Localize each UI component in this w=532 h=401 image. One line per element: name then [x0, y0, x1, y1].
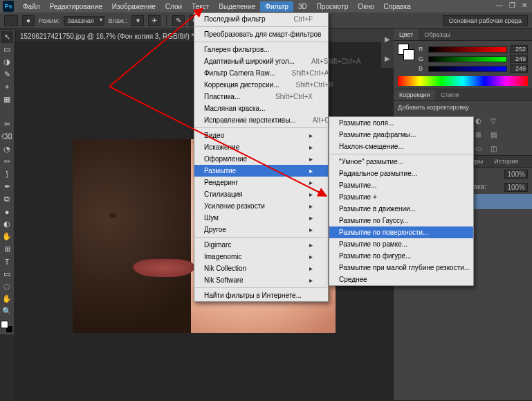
menu-item[interactable]: Искажение▸ [194, 141, 328, 153]
play-icon[interactable]: ▶ [385, 55, 390, 62]
menu-item[interactable]: Размытие... [329, 179, 473, 191]
tool-9[interactable]: ◔ [1, 143, 13, 155]
color-value-r[interactable]: 252 [510, 45, 528, 53]
menu-item[interactable]: Nik Collection▸ [194, 262, 328, 274]
selective-color-icon[interactable]: ◫ [488, 143, 499, 153]
menu-справка[interactable]: Справка [379, 1, 416, 12]
menu-item[interactable]: Исправление перспективы...Alt+Ctrl+V [194, 114, 328, 126]
window-maximize-button[interactable]: ❐ [506, 0, 518, 10]
menu-item[interactable]: Преобразовать для смарт-фильтров [194, 28, 328, 40]
tool-7[interactable]: ✂ [1, 118, 13, 130]
menu-item[interactable]: Imagenomic▸ [194, 251, 328, 262]
menu-слои[interactable]: Слои [160, 1, 187, 12]
menu-item[interactable]: Размытие по фигуре... [329, 250, 473, 262]
tool-preset-swatch[interactable] [4, 15, 18, 26]
menu-item[interactable]: Nik Software▸ [194, 274, 328, 286]
menu-item[interactable]: Другое▸ [194, 224, 328, 235]
tool-1[interactable]: ▭ [1, 44, 13, 55]
menu-выделение[interactable]: Выделение [214, 1, 260, 12]
menu-item[interactable]: Размытие в движении... [329, 203, 473, 215]
tab-adjustments[interactable]: Коррекция [394, 89, 435, 100]
tool-18[interactable]: T [1, 256, 13, 267]
workspace-switcher[interactable]: Основная рабочая среда [443, 15, 528, 26]
menu-item[interactable]: Радиальное размытие... [329, 168, 473, 179]
menu-3d[interactable]: 3D [293, 1, 312, 12]
opacity-value[interactable]: 100% [504, 170, 528, 179]
fg-bg-color-swatch[interactable] [1, 321, 13, 333]
tab-color[interactable]: Цвет [394, 29, 419, 40]
tool-3[interactable]: ✎ [1, 69, 13, 80]
gradient-map-icon[interactable]: ▭ [473, 143, 484, 153]
tool-21[interactable]: ✋ [1, 293, 13, 305]
color-value-g[interactable]: 249 [510, 55, 528, 63]
menu-item[interactable]: Среднее [329, 274, 473, 285]
brush-size-icon[interactable]: ● [22, 15, 35, 26]
menu-item[interactable]: Масляная краска... [194, 103, 328, 114]
tool-15[interactable]: ◐ [1, 218, 13, 230]
menu-item[interactable]: Коррекция дисторсии...Shift+Ctrl+R [194, 79, 328, 91]
tool-14[interactable]: ● [1, 206, 13, 217]
color-spectrum[interactable] [398, 76, 528, 86]
menu-item[interactable]: Размытие при малой глубине резкости... [329, 262, 473, 274]
color-slider-g[interactable] [428, 56, 507, 62]
tab-swatches[interactable]: Образцы [419, 29, 456, 40]
exposure-icon[interactable]: ◐ [473, 116, 484, 125]
menu-item[interactable]: Стилизация▸ [194, 188, 328, 200]
menu-item[interactable]: Размытие поля... [329, 117, 473, 129]
document-tab[interactable]: 15266217421750.jpg @ 16,7% (Фон копия 3,… [15, 30, 208, 42]
window-minimize-button[interactable]: — [493, 0, 506, 10]
menu-item[interactable]: Размытие по рамке... [329, 238, 473, 250]
menu-файл[interactable]: Файл [18, 1, 45, 12]
color-value-b[interactable]: 249 [510, 64, 528, 73]
menu-item[interactable]: Последний фильтрCtrl+F [194, 13, 328, 25]
menu-текст[interactable]: Текст [187, 1, 214, 12]
tool-10[interactable]: ✏ [1, 156, 13, 168]
menu-окно[interactable]: Окно [353, 1, 378, 12]
menu-item[interactable]: Видео▸ [194, 130, 328, 141]
color-slider-r[interactable] [428, 46, 507, 53]
menu-item[interactable]: Размытие по поверхности... [329, 226, 473, 238]
tool-2[interactable]: ◑ [1, 56, 13, 68]
tool-22[interactable]: 🔍 [1, 305, 13, 317]
menu-item[interactable]: Адаптивный широкий угол...Alt+Shift+Ctrl… [194, 55, 328, 67]
filter-menu[interactable]: Последний фильтрCtrl+FПреобразовать для … [194, 12, 329, 302]
tool-0[interactable]: ↖ [1, 31, 13, 43]
menu-item[interactable]: Размытие по Гауссу... [329, 215, 473, 226]
menu-изображение[interactable]: Изображение [107, 1, 160, 12]
menu-просмотр[interactable]: Просмотр [312, 1, 354, 12]
tablet-pressure-icon[interactable]: ✎ [172, 15, 185, 26]
tool-8[interactable]: ⌫ [1, 131, 13, 143]
menu-item[interactable]: Размытие + [329, 191, 473, 203]
collapsed-panel-strip[interactable]: ▶ ▶ [381, 29, 394, 68]
tool-13[interactable]: ⧉ [1, 193, 13, 205]
tool-20[interactable]: ◌ [1, 280, 13, 292]
channel-mixer-icon[interactable]: ⊞ [473, 130, 484, 139]
tool-4[interactable]: ⌖ [1, 81, 13, 93]
menu-item[interactable]: Фильтр Camera Raw...Shift+Ctrl+A [194, 67, 328, 79]
tool-5[interactable]: ▦ [1, 93, 13, 105]
flow-arrow-icon[interactable]: ▾ [131, 15, 144, 26]
vibrance-icon[interactable]: ▽ [488, 116, 499, 125]
menu-item[interactable]: Digimarc▸ [194, 239, 328, 251]
menu-фильтр[interactable]: Фильтр [260, 1, 293, 12]
blur-submenu[interactable]: Размытие поля...Размытие диафрагмы...Нак… [329, 116, 474, 286]
tab-styles[interactable]: Стили [435, 89, 464, 100]
menu-item[interactable]: Наклон-смещение... [329, 141, 473, 152]
menu-item[interactable]: Рендеринг▸ [194, 177, 328, 188]
window-close-button[interactable]: ✕ [518, 0, 531, 10]
menu-item[interactable]: Размытие диафрагмы... [329, 129, 473, 141]
play-icon[interactable]: ▶ [385, 35, 390, 43]
tool-6[interactable] [1, 106, 13, 118]
fill-value[interactable]: 100% [504, 183, 528, 192]
menu-item[interactable]: Шум▸ [194, 212, 328, 224]
tool-12[interactable]: ✒ [1, 181, 13, 193]
menu-item[interactable]: Найти фильтры в Интернете... [194, 289, 328, 301]
lut-icon[interactable]: ▤ [488, 130, 499, 139]
tab-history[interactable]: История [488, 156, 524, 167]
menu-item[interactable]: Пластика...Shift+Ctrl+X [194, 91, 328, 103]
fg-bg-swatch[interactable] [398, 44, 414, 60]
tool-19[interactable]: ▭ [1, 268, 13, 280]
tool-16[interactable]: ✋ [1, 231, 13, 242]
tool-11[interactable]: ⟆ [1, 168, 13, 180]
menu-item[interactable]: "Умное" размытие... [329, 156, 473, 168]
